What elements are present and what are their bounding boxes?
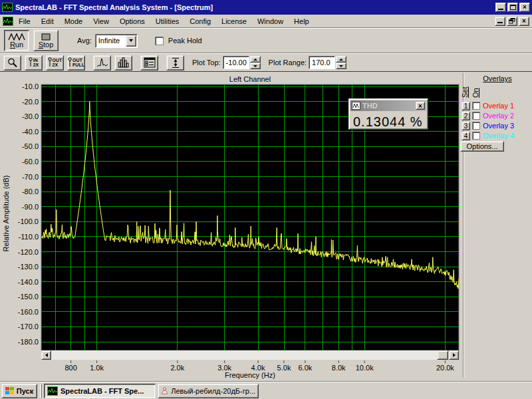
plot-top-spinner[interactable] <box>250 56 261 69</box>
scrollbar-thumb[interactable] <box>437 350 448 360</box>
avg-select[interactable]: Infinite <box>95 34 138 48</box>
menu-config[interactable]: Config <box>184 16 216 27</box>
y-tick-label: -90.0 <box>22 203 39 211</box>
menu-mode[interactable]: Mode <box>59 16 88 27</box>
overlay-options-button[interactable]: Options... <box>460 141 504 152</box>
thd-value: 0.13044 % <box>349 112 428 130</box>
pin-icon <box>29 57 33 68</box>
y-tick-label: -180.0 <box>18 338 39 346</box>
y-tick-label: -30.0 <box>22 112 39 120</box>
plot-toolbar: IN2X OUT2X OUTFULL Plot Top: -10.00 Plot… <box>0 53 532 72</box>
task-spectralab[interactable]: SpectraLAB - FFT Spe... <box>44 384 156 398</box>
scroll-right-button[interactable] <box>449 350 459 360</box>
menu-edit[interactable]: Edit <box>36 16 59 27</box>
magnifier-icon <box>7 57 18 68</box>
bar-plot-mode-button[interactable] <box>114 55 132 70</box>
plot-top-down-button[interactable] <box>250 63 261 69</box>
y-tick-label: -10.0 <box>22 82 39 90</box>
menu-utilities[interactable]: Utilities <box>150 16 184 27</box>
scrollbar-track[interactable] <box>51 350 437 360</box>
title-bar: SpectraLAB - FFT Spectral Analysis Syste… <box>0 0 532 15</box>
zoom-in-2x-button[interactable]: IN2X <box>25 55 43 70</box>
thd-title: THD <box>362 102 416 110</box>
menu-view[interactable]: View <box>88 16 114 27</box>
y-tick-label: -150.0 <box>18 293 39 301</box>
plot-range-down-button[interactable] <box>336 63 346 69</box>
y-axis-title: Relative Amplitude (dB) <box>2 176 10 252</box>
plot-range-label: Plot Range: <box>269 59 307 66</box>
maximize-button[interactable] <box>507 3 518 12</box>
overlay-1-set-button[interactable]: 1 <box>462 102 470 110</box>
dialog-icon <box>144 57 156 68</box>
zoom-select-button[interactable] <box>3 55 21 70</box>
y-tick-label: -140.0 <box>18 278 39 286</box>
overlay-3-set-button[interactable]: 3 <box>462 122 470 130</box>
plot-top-up-button[interactable] <box>250 56 261 63</box>
scroll-left-button[interactable] <box>41 350 51 360</box>
taskbar-divider <box>40 384 42 398</box>
overlay-2-label: Overlay 2 <box>483 112 514 120</box>
task-document[interactable]: Левый-ребилд-20дБ-гр... <box>158 384 259 398</box>
overlay-1-on-checkbox[interactable] <box>472 102 480 110</box>
overlay-row-3: 3 Overlay 3 <box>462 121 514 130</box>
peak-hold-checkbox[interactable] <box>155 37 164 45</box>
line-plot-mode-button[interactable] <box>93 55 111 70</box>
plot-range-spinner[interactable] <box>336 56 346 69</box>
windows-logo-icon <box>5 387 15 395</box>
x-tick-label: 20.0k <box>436 364 454 372</box>
plot-top-label: Plot Top: <box>192 59 221 66</box>
y-tick-label: -100.0 <box>18 217 39 225</box>
y-tick-label: -70.0 <box>22 173 39 181</box>
avg-dropdown-arrow[interactable] <box>126 35 136 47</box>
mdi-restore-button[interactable] <box>507 17 517 26</box>
start-button[interactable]: Пуск <box>1 384 37 398</box>
transport-toolbar: Run Stop Avg: Infinite Peak Hold <box>0 28 532 53</box>
overlay-2-set-button[interactable]: 2 <box>462 112 470 120</box>
overlay-3-on-checkbox[interactable] <box>472 122 480 130</box>
y-tick-label: -120.0 <box>18 248 39 256</box>
menu-window[interactable]: Window <box>252 16 289 27</box>
menu-options[interactable]: Options <box>114 16 150 27</box>
x-tick-label: 1.0k <box>90 364 104 372</box>
y-tick-label: -20.0 <box>22 98 39 106</box>
overlay-4-set-button[interactable]: 4 <box>462 132 470 140</box>
zoom-out-full-button[interactable]: OUTFULL <box>67 55 85 70</box>
menu-help[interactable]: Help <box>289 16 315 27</box>
thd-window[interactable]: THD × 0.13044 % <box>348 98 428 130</box>
spectrum-view: Left Channel -10.0-20.0-30.0-40.0-50.0-6… <box>0 72 532 380</box>
vertical-range-icon <box>171 57 180 68</box>
x-tick-label: 2.0k <box>170 364 184 372</box>
overlay-row-4: 4 Overlay 4 <box>462 131 514 140</box>
plot-top-input[interactable]: -10.00 <box>223 56 249 69</box>
plot-range-input[interactable]: 170.0 <box>309 56 335 69</box>
mdi-close-button[interactable]: × <box>519 17 529 26</box>
mdi-minimize-button[interactable] <box>495 17 505 26</box>
y-tick-label: -50.0 <box>22 142 39 150</box>
thd-close-button[interactable]: × <box>416 102 425 110</box>
pin-icon <box>48 57 52 68</box>
overlay-1-label: Overlay 1 <box>483 102 514 110</box>
thd-title-bar[interactable]: THD × <box>350 100 426 111</box>
close-button[interactable]: × <box>519 3 530 12</box>
x-tick-label: 8.0k <box>332 364 346 372</box>
menu-file[interactable]: File <box>13 16 36 27</box>
overlay-4-on-checkbox[interactable] <box>472 132 480 140</box>
plot-range-up-button[interactable] <box>336 56 346 63</box>
plot-scale-button[interactable] <box>166 55 184 70</box>
zoom-out-2x-button[interactable]: OUT2X <box>46 55 64 70</box>
overlays-set-heading: Set <box>460 86 469 101</box>
overlay-2-on-checkbox[interactable] <box>472 112 480 120</box>
thd-window-icon <box>352 102 360 110</box>
display-settings-button[interactable] <box>140 55 158 70</box>
minimize-button[interactable] <box>495 3 506 12</box>
x-tick-label: 800 <box>65 364 76 372</box>
menu-license[interactable]: License <box>216 16 252 27</box>
document-window-icon[interactable] <box>3 17 13 26</box>
overlay-row-1: 1 Overlay 1 <box>462 101 514 110</box>
run-button[interactable]: Run <box>4 30 29 51</box>
frequency-scrollbar[interactable] <box>41 350 459 360</box>
app-icon[interactable] <box>2 3 13 12</box>
overlays-on-heading: On <box>471 86 480 101</box>
y-tick-label: -160.0 <box>18 308 39 316</box>
stop-button[interactable]: Stop <box>33 30 59 51</box>
